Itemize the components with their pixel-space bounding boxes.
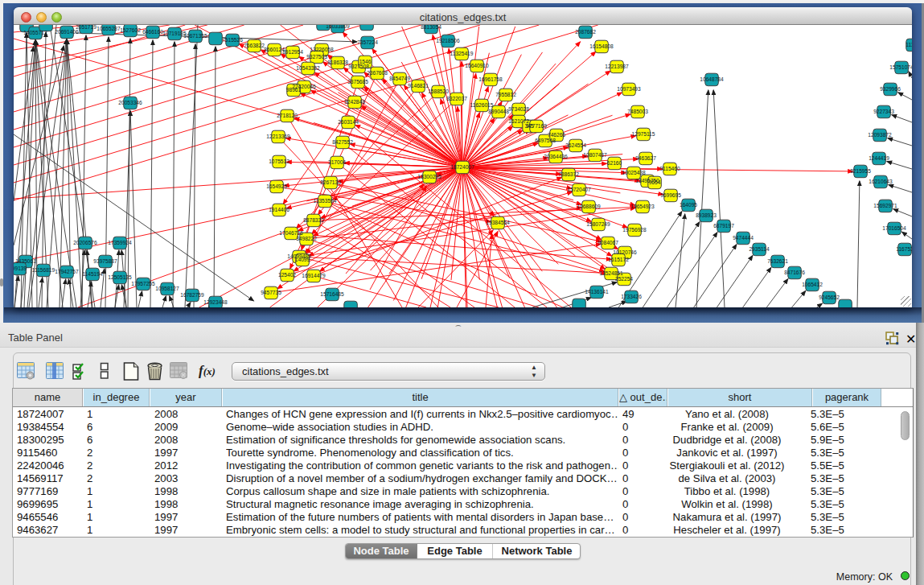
svg-text:125402: 125402 [278,272,296,278]
svg-text:9115460: 9115460 [659,166,680,171]
svg-text:15751074: 15751074 [889,64,912,70]
svg-text:9245652: 9245652 [819,295,840,300]
svg-text:98961: 98961 [286,87,302,93]
svg-text:7663822: 7663822 [244,43,265,48]
svg-text:19218506: 19218506 [436,38,460,43]
svg-text:1546: 1546 [359,59,372,64]
svg-text:16640910: 16640910 [465,63,489,68]
svg-text:18724007: 18724007 [450,164,474,170]
svg-text:14099: 14099 [295,257,310,262]
svg-text:9457735: 9457735 [261,290,281,295]
svg-text:8186328: 8186328 [327,60,348,65]
svg-text:17046736: 17046736 [279,230,303,236]
svg-text:20364436: 20364436 [544,154,568,159]
svg-text:17942757: 17942757 [55,269,79,274]
svg-text:17016504: 17016504 [882,225,906,231]
svg-text:15692971: 15692971 [873,203,897,208]
svg-text:252254: 252254 [615,276,633,282]
svg-text:12923448: 12923448 [203,299,228,305]
svg-text:10120746: 10120746 [613,249,637,255]
svg-text:7955812: 7955812 [495,92,516,97]
svg-text:9327508: 9327508 [348,64,369,69]
svg-text:2367608: 2367608 [367,70,388,76]
svg-text:8938923: 8938923 [696,212,717,218]
svg-text:19654923: 19654923 [630,204,655,209]
svg-text:8878332: 8878332 [303,217,324,223]
svg-text:16914479: 16914479 [302,273,326,278]
svg-text:3498222: 3498222 [296,236,317,241]
svg-text:164095: 164095 [680,202,697,208]
svg-text:1733426: 1733426 [621,294,642,299]
svg-text:9474444: 9474444 [733,235,754,241]
svg-text:16154808: 16154808 [589,43,614,49]
svg-text:10958127: 10958127 [155,286,179,291]
svg-text:12505135: 12505135 [108,274,132,280]
svg-text:1145194: 1145194 [82,271,103,277]
svg-text:8990448: 8990448 [488,109,509,114]
svg-text:11156819: 11156819 [32,267,55,273]
svg-text:11123: 11123 [906,42,912,47]
svg-text:16033809: 16033809 [326,25,350,29]
svg-text:2087682: 2087682 [575,29,596,35]
svg-text:9654: 9654 [649,179,661,185]
svg-text:15716485: 15716485 [320,291,344,297]
svg-text:2935114: 2935114 [749,246,770,252]
svg-text:19384554: 19384554 [486,220,510,225]
svg-text:10973493: 10973493 [617,86,641,92]
svg-text:10648784: 10648784 [700,76,724,82]
svg-text:11353594: 11353594 [314,198,337,204]
svg-text:20691406: 20691406 [55,29,79,35]
svg-text:8471676: 8471676 [784,270,805,275]
svg-text:116753: 116753 [896,246,912,252]
svg-text:12093872: 12093872 [868,132,892,138]
svg-text:3375685: 3375685 [347,79,368,84]
svg-text:16210643: 16210643 [869,179,893,184]
svg-text:1588520: 1588520 [428,89,449,94]
svg-text:10807487: 10807487 [583,152,607,158]
svg-text:8454749: 8454749 [389,76,410,81]
svg-text:7485003: 7485003 [627,109,648,114]
svg-text:10671355: 10671355 [183,33,207,39]
svg-text:19756928: 19756928 [622,227,647,233]
svg-text:1527602: 1527602 [120,27,141,33]
svg-text:17957255: 17957255 [131,281,155,286]
svg-text:9327503: 9327503 [306,54,327,60]
svg-text:7515526: 7515526 [222,37,243,43]
svg-text:1075512: 1075512 [269,159,290,164]
svg-text:7632621: 7632621 [767,258,788,264]
svg-text:13226058: 13226058 [310,47,334,52]
svg-text:9227343: 9227343 [873,109,894,114]
svg-text:1914406: 1914406 [269,207,290,212]
svg-text:17359924: 17359924 [108,240,132,245]
svg-text:9699695: 9699695 [660,192,681,198]
svg-text:2718120: 2718120 [277,113,298,118]
svg-text:1615172: 1615172 [608,257,629,262]
svg-text:10688609: 10688609 [577,204,601,209]
svg-text:2051719: 2051719 [76,25,97,30]
svg-text:10543382: 10543382 [296,65,320,71]
svg-text:93975887: 93975887 [93,258,117,264]
svg-text:12213987: 12213987 [605,64,629,69]
svg-text:16961758: 16961758 [478,76,503,82]
svg-text:62160: 62160 [607,160,622,166]
svg-text:1435061: 1435061 [15,258,36,264]
svg-text:746266: 746266 [548,132,565,138]
svg-text:7357224: 7357224 [357,39,378,45]
svg-text:9463627: 9463627 [635,155,656,161]
svg-text:9734028: 9734028 [508,106,529,112]
svg-text:9329966: 9329966 [880,86,901,92]
svg-text:11325419: 11325419 [450,51,474,56]
svg-text:8427552: 8427552 [332,139,353,145]
svg-text:7886372: 7886372 [558,171,579,177]
svg-text:8322037: 8322037 [446,96,467,101]
svg-text:6879197: 6879197 [713,223,734,229]
svg-text:6466160: 6466160 [142,29,163,35]
svg-text:1065412: 1065412 [802,282,823,287]
svg-text:12213369: 12213369 [266,134,290,139]
svg-text:20053346: 20053346 [118,100,142,105]
svg-text:9084067: 9084067 [598,240,618,245]
svg-text:1244419: 1244419 [869,155,889,161]
svg-text:15807249: 15807249 [586,221,610,227]
svg-text:2603144: 2603144 [338,119,359,125]
svg-text:9777169: 9777169 [526,123,547,129]
